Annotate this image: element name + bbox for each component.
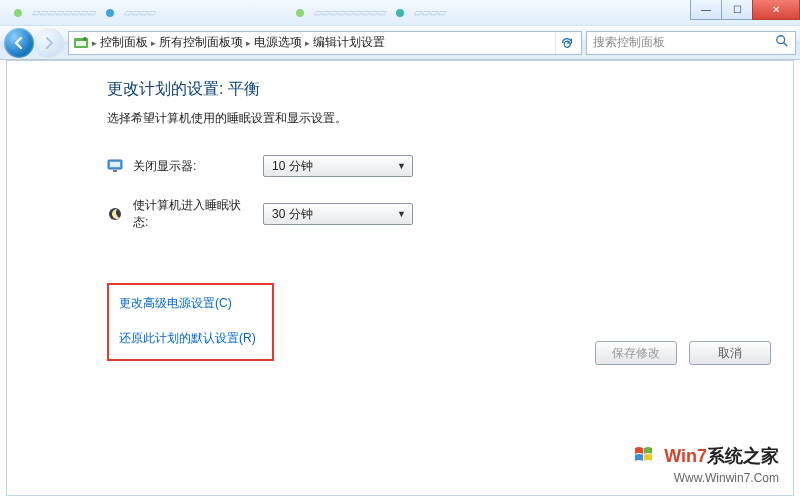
moon-icon <box>107 206 123 222</box>
breadcrumb-item[interactable]: 编辑计划设置 <box>313 34 385 51</box>
display-off-dropdown[interactable]: 10 分钟 ▼ <box>263 155 413 177</box>
crumb-separator-icon: ▸ <box>151 38 156 48</box>
watermark-brand: Win7系统之家 <box>633 444 779 471</box>
cancel-button[interactable]: 取消 <box>689 341 771 365</box>
advanced-power-link[interactable]: 更改高级电源设置(C) <box>119 295 256 312</box>
svg-rect-1 <box>76 41 86 46</box>
tab-label[interactable]: ▱▱▱▱▱▱▱▱ <box>32 6 96 19</box>
tab-label[interactable]: ▱▱▱▱ <box>124 6 156 19</box>
dropdown-value: 10 分钟 <box>272 158 313 175</box>
setting-label: 关闭显示器: <box>133 158 253 175</box>
svg-point-3 <box>777 36 785 44</box>
nav-arrows <box>4 28 64 58</box>
tab-indicator-icon <box>296 9 304 17</box>
page-title: 更改计划的设置: 平衡 <box>107 79 793 100</box>
dropdown-value: 30 分钟 <box>272 206 313 223</box>
setting-label: 使计算机进入睡眠状态: <box>133 197 253 231</box>
save-button[interactable]: 保存修改 <box>595 341 677 365</box>
setting-sleep: 使计算机进入睡眠状态: 30 分钟 ▼ <box>107 197 793 231</box>
tab-indicator-icon <box>396 9 404 17</box>
minimize-button[interactable]: — <box>690 0 722 20</box>
forward-button[interactable] <box>34 28 64 58</box>
control-panel-icon <box>73 35 89 51</box>
highlighted-links: 更改高级电源设置(C) 还原此计划的默认设置(R) <box>107 283 274 361</box>
refresh-icon <box>560 36 574 50</box>
search-icon <box>775 34 789 51</box>
watermark-url: Www.Winwin7.Com <box>633 471 779 485</box>
search-input[interactable]: 搜索控制面板 <box>586 31 796 55</box>
monitor-icon <box>107 158 123 174</box>
crumb-separator-icon: ▸ <box>305 38 310 48</box>
arrow-left-icon <box>12 36 26 50</box>
watermark: Win7系统之家 Www.Winwin7.Com <box>633 444 779 485</box>
sleep-dropdown[interactable]: 30 分钟 ▼ <box>263 203 413 225</box>
svg-rect-6 <box>110 162 120 167</box>
page-subtitle: 选择希望计算机使用的睡眠设置和显示设置。 <box>107 110 793 127</box>
restore-defaults-link[interactable]: 还原此计划的默认设置(R) <box>119 330 256 347</box>
browser-tabs: ▱▱▱▱▱▱▱▱ ▱▱▱▱ ▱▱▱▱▱▱▱▱▱ ▱▱▱▱ <box>0 0 446 25</box>
maximize-button[interactable]: ☐ <box>721 0 753 20</box>
close-button[interactable]: ✕ <box>752 0 800 20</box>
tab-label[interactable]: ▱▱▱▱▱▱▱▱▱ <box>314 6 386 19</box>
chevron-down-icon: ▼ <box>397 209 406 219</box>
action-buttons: 保存修改 取消 <box>595 341 771 365</box>
tab-indicator-icon <box>14 9 22 17</box>
address-bar[interactable]: ▸ 控制面板 ▸ 所有控制面板项 ▸ 电源选项 ▸ 编辑计划设置 <box>68 31 582 55</box>
breadcrumb-item[interactable]: 电源选项 <box>254 34 302 51</box>
back-button[interactable] <box>4 28 34 58</box>
breadcrumb-item[interactable]: 所有控制面板项 <box>159 34 243 51</box>
content-pane: 更改计划的设置: 平衡 选择希望计算机使用的睡眠设置和显示设置。 关闭显示器: … <box>6 60 794 496</box>
navigation-bar: ▸ 控制面板 ▸ 所有控制面板项 ▸ 电源选项 ▸ 编辑计划设置 搜索控制面板 <box>0 26 800 60</box>
tab-indicator-icon <box>106 9 114 17</box>
svg-point-2 <box>83 37 87 41</box>
crumb-separator-icon: ▸ <box>92 38 97 48</box>
arrow-right-icon <box>42 36 56 50</box>
crumb-separator-icon: ▸ <box>246 38 251 48</box>
refresh-button[interactable] <box>555 32 577 54</box>
tab-label[interactable]: ▱▱▱▱ <box>414 6 446 19</box>
breadcrumb-item[interactable]: 控制面板 <box>100 34 148 51</box>
svg-rect-7 <box>113 170 117 172</box>
search-placeholder: 搜索控制面板 <box>593 34 665 51</box>
window-controls: — ☐ ✕ <box>691 0 800 20</box>
chevron-down-icon: ▼ <box>397 161 406 171</box>
setting-display-off: 关闭显示器: 10 分钟 ▼ <box>107 155 793 177</box>
title-bar: ▱▱▱▱▱▱▱▱ ▱▱▱▱ ▱▱▱▱▱▱▱▱▱ ▱▱▱▱ — ☐ ✕ <box>0 0 800 26</box>
svg-line-4 <box>784 43 788 47</box>
windows-flag-icon <box>633 444 655 471</box>
